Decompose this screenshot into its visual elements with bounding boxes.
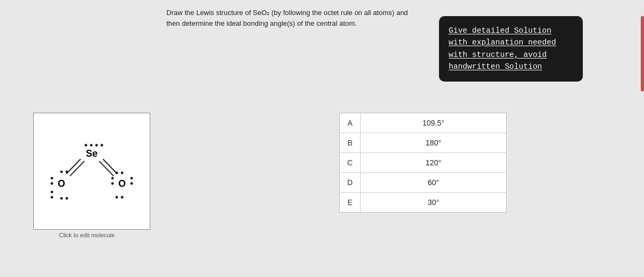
svg-point-22 xyxy=(130,182,133,185)
question-line2: then determine the ideal bonding angle(s… xyxy=(166,18,413,29)
option-value: 180° xyxy=(361,133,507,153)
options-table: A109.5°B180°C120°D60°E30° xyxy=(339,113,507,213)
svg-point-11 xyxy=(50,182,53,185)
svg-point-13 xyxy=(50,196,53,199)
svg-point-3 xyxy=(95,144,98,147)
option-value: 30° xyxy=(361,193,507,213)
svg-point-26 xyxy=(121,171,123,174)
option-letter: D xyxy=(340,173,361,193)
option-letter: E xyxy=(340,193,361,213)
svg-point-21 xyxy=(130,177,133,179)
question-area: Draw the Lewis structure of SeO₂ (by fol… xyxy=(166,8,413,28)
info-line1: Give detailed Solution xyxy=(449,25,573,37)
svg-point-4 xyxy=(100,144,103,147)
svg-point-25 xyxy=(115,171,118,174)
molecule-caption[interactable]: Click to edit molecule xyxy=(59,232,115,238)
option-letter: B xyxy=(340,133,361,153)
lewis-structure-svg: Se O O xyxy=(34,113,150,229)
svg-point-12 xyxy=(50,191,53,193)
svg-text:O: O xyxy=(119,178,126,189)
table-row[interactable]: A109.5° xyxy=(340,113,507,133)
svg-point-24 xyxy=(121,196,123,199)
info-line2: with explanation needed xyxy=(449,37,573,48)
page-container: Draw the Lewis structure of SeO₂ (by fol… xyxy=(0,0,644,277)
svg-point-19 xyxy=(111,177,114,179)
table-row[interactable]: C120° xyxy=(340,153,507,173)
question-line1: Draw the Lewis structure of SeO₂ (by fol… xyxy=(166,8,413,18)
svg-line-6 xyxy=(66,159,80,174)
svg-text:Se: Se xyxy=(86,148,98,159)
table-row[interactable]: B180° xyxy=(340,133,507,153)
svg-line-8 xyxy=(103,159,118,174)
svg-point-1 xyxy=(85,144,87,147)
svg-line-7 xyxy=(99,161,114,176)
svg-point-16 xyxy=(60,171,63,173)
table-row[interactable]: E30° xyxy=(340,193,507,213)
info-line4: handwritten Solution xyxy=(449,61,573,72)
svg-point-23 xyxy=(115,196,118,199)
option-letter: C xyxy=(340,153,361,173)
option-value: 120° xyxy=(361,153,507,173)
option-value: 60° xyxy=(361,173,507,193)
option-value: 109.5° xyxy=(361,113,507,133)
svg-point-14 xyxy=(60,197,63,200)
svg-point-20 xyxy=(111,182,114,185)
svg-point-15 xyxy=(65,197,68,200)
option-letter: A xyxy=(340,113,361,133)
svg-point-17 xyxy=(65,171,68,173)
svg-text:O: O xyxy=(58,178,65,189)
info-box: Give detailed Solution with explanation … xyxy=(439,16,583,82)
table-row[interactable]: D60° xyxy=(340,173,507,193)
svg-point-10 xyxy=(50,177,53,179)
svg-point-2 xyxy=(90,144,93,147)
scroll-accent xyxy=(641,16,644,91)
molecule-box[interactable]: Se O O xyxy=(33,113,150,230)
svg-line-5 xyxy=(70,161,84,176)
info-line3: with structure, avoid xyxy=(449,49,573,61)
